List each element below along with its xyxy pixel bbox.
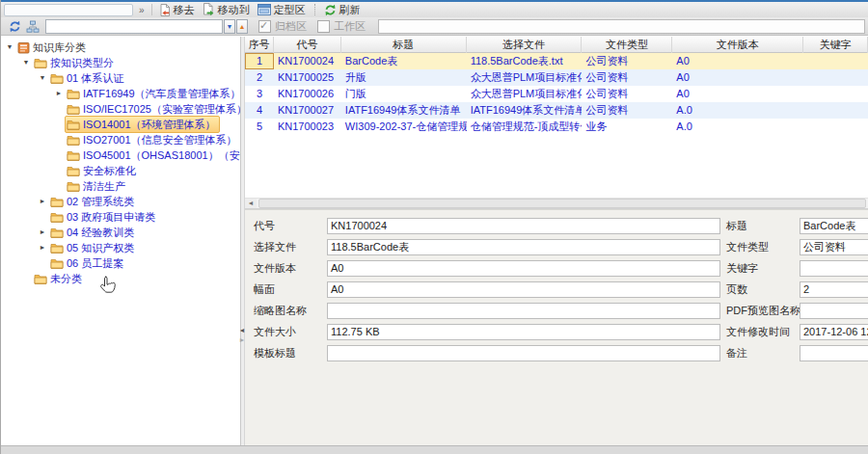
cell-no[interactable]: 2: [245, 69, 274, 86]
cell-no[interactable]: 4: [245, 102, 274, 119]
tree-item[interactable]: ISO45001（OHSAS18001）（安全管理体系）: [1, 147, 240, 163]
move-down-button[interactable]: ▼: [224, 19, 235, 34]
move-up-button[interactable]: ▲: [236, 19, 248, 34]
field-input-sheet-size[interactable]: A0: [327, 281, 720, 298]
splitter-collapse-control[interactable]: ◄ ►: [237, 326, 247, 347]
cell-keyword[interactable]: [803, 69, 868, 86]
cell-version[interactable]: A.0: [672, 119, 803, 135]
cell-title[interactable]: WI309-202-37-仓储管理规..: [341, 119, 467, 135]
tree-item[interactable]: ISO/IEC17025（实验室管理体系）: [1, 101, 240, 117]
field-input-keyword[interactable]: [800, 260, 868, 277]
cell-keyword[interactable]: [803, 119, 868, 135]
hscrollbar-thumb[interactable]: [258, 199, 866, 208]
tree-item[interactable]: 未分类: [1, 271, 240, 286]
cell-no[interactable]: 1: [245, 53, 274, 69]
cell-type[interactable]: 公司资料: [582, 102, 672, 119]
cell-keyword[interactable]: [803, 86, 868, 102]
column-header[interactable]: 序号: [245, 37, 274, 53]
workspace-checkbox-box[interactable]: [317, 20, 330, 33]
tree-item[interactable]: ▼按知识类型分: [1, 55, 240, 70]
collapse-arrow-icon[interactable]: ►: [37, 240, 48, 255]
cell-title[interactable]: 门版: [341, 86, 467, 102]
archive-area-checkbox[interactable]: 归档区: [258, 19, 307, 34]
move-to-button[interactable]: 移动到: [199, 2, 254, 18]
secondary-input[interactable]: [378, 19, 865, 34]
field-input-remark[interactable]: [800, 345, 868, 361]
field-input-pdf-preview-name[interactable]: [800, 303, 868, 319]
tree-item[interactable]: 清洁生产: [1, 178, 240, 194]
expand-arrow-icon[interactable]: ▼: [20, 55, 32, 70]
cell-version[interactable]: A0: [672, 53, 803, 69]
collapse-left-icon[interactable]: ◄: [239, 326, 246, 335]
table-row[interactable]: 5KN1700023WI309-202-37-仓储管理规..仓储管理规范-顶成型…: [245, 119, 868, 135]
tree-item[interactable]: ►02 管理系统类: [1, 194, 240, 209]
toolbar-overflow-chevron-icon[interactable]: »: [139, 5, 145, 15]
remove-button[interactable]: 移去: [155, 2, 199, 18]
column-header[interactable]: 代号: [274, 37, 341, 53]
cell-version[interactable]: A0: [672, 86, 803, 102]
cell-code[interactable]: KN1700024: [274, 53, 341, 69]
table-hscrollbar[interactable]: ◄: [245, 198, 868, 209]
tree-item[interactable]: ISO14001（环境管理体系）: [1, 117, 240, 132]
refresh-button[interactable]: 刷新: [320, 2, 365, 18]
cell-title[interactable]: 升版: [341, 69, 467, 86]
cell-keyword[interactable]: [803, 53, 868, 69]
tree-item[interactable]: ►05 知识产权类: [1, 240, 240, 255]
cell-keyword[interactable]: [803, 102, 868, 119]
search-input[interactable]: [45, 19, 223, 34]
tree-item[interactable]: 03 政府项目申请类: [1, 209, 240, 225]
tree-item[interactable]: 安全标准化: [1, 163, 240, 178]
cell-file[interactable]: 众大恩普PLM项目标准化作...: [467, 86, 583, 102]
field-input-code[interactable]: KN1700024: [327, 218, 720, 234]
cell-title[interactable]: BarCode表: [341, 53, 467, 69]
table-row[interactable]: 3KN1700026门版众大恩普PLM项目标准化作...公司资料A0: [245, 86, 868, 102]
column-header[interactable]: 选择文件: [467, 37, 583, 53]
column-header[interactable]: 标题: [341, 37, 467, 53]
cell-code[interactable]: KN1700025: [274, 69, 341, 86]
cell-code[interactable]: KN1700027: [274, 102, 341, 119]
scroll-left-arrow-icon[interactable]: ◄: [245, 199, 257, 208]
cell-code[interactable]: KN1700026: [274, 86, 341, 102]
tree-item[interactable]: ►IATF16949（汽车质量管理体系）: [1, 86, 240, 101]
column-header[interactable]: 关键字: [803, 37, 868, 53]
expand-right-icon[interactable]: ►: [239, 335, 246, 345]
field-input-file-size[interactable]: 112.75 KB: [327, 324, 720, 340]
cell-file[interactable]: 118.5BarCode表.txt: [467, 53, 583, 69]
cell-type[interactable]: 公司资料: [582, 69, 672, 86]
collapse-arrow-icon[interactable]: ►: [53, 86, 65, 101]
field-input-file-version[interactable]: A0: [327, 260, 720, 277]
tree-item[interactable]: ▼01 体系认证: [1, 70, 240, 86]
field-input-title[interactable]: BarCode表: [800, 218, 868, 234]
table-row[interactable]: 2KN1700025升版众大恩普PLM项目标准化作公司资料A0: [245, 69, 868, 86]
collapse-arrow-icon[interactable]: ►: [37, 194, 48, 209]
cell-file[interactable]: 仓储管理规范-顶成型转件...: [467, 119, 583, 135]
expand-arrow-icon[interactable]: ▼: [37, 70, 48, 86]
column-header[interactable]: 文件版本: [672, 37, 803, 53]
archive-checkbox-box[interactable]: [258, 20, 271, 33]
cell-version[interactable]: A.0: [672, 102, 803, 119]
tree-item-content[interactable]: 未分类: [32, 270, 86, 287]
refresh-tree-icon[interactable]: [9, 20, 21, 33]
workspace-checkbox[interactable]: 工作区: [317, 19, 366, 34]
cell-type[interactable]: 公司资料: [582, 86, 672, 102]
cell-code[interactable]: KN1700023: [274, 119, 341, 135]
field-input-file-modified-time[interactable]: 2017-12-06 12:44: [800, 324, 868, 340]
tree-item[interactable]: ISO27001（信息安全管理体系）: [1, 132, 240, 147]
cell-version[interactable]: A0: [672, 69, 803, 86]
tree-item[interactable]: ►04 经验教训类: [1, 225, 240, 240]
table-row[interactable]: 4KN1700027IATF16949体系文件清单IATF16949体系文件清单…: [245, 102, 868, 119]
finalize-area-button[interactable]: 定型区: [254, 2, 310, 18]
org-structure-icon[interactable]: [26, 20, 40, 33]
tree-item[interactable]: 06 员工提案: [1, 255, 240, 271]
table-row[interactable]: 1KN1700024BarCode表118.5BarCode表.txt公司资料A…: [245, 53, 868, 69]
cell-title[interactable]: IATF16949体系文件清单: [341, 102, 467, 119]
field-input-page-count[interactable]: 2: [800, 281, 868, 298]
cell-no[interactable]: 3: [245, 86, 274, 102]
cell-type[interactable]: 公司资料: [582, 53, 672, 69]
field-input-thumbnail-name[interactable]: [327, 303, 720, 319]
tree-item[interactable]: ▼知识库分类: [1, 40, 240, 55]
field-input-template-title[interactable]: [327, 345, 720, 361]
column-header[interactable]: 文件类型: [582, 37, 672, 53]
field-input-select-file[interactable]: 118.5BarCode表: [327, 239, 720, 255]
expand-arrow-icon[interactable]: ▼: [4, 40, 15, 55]
